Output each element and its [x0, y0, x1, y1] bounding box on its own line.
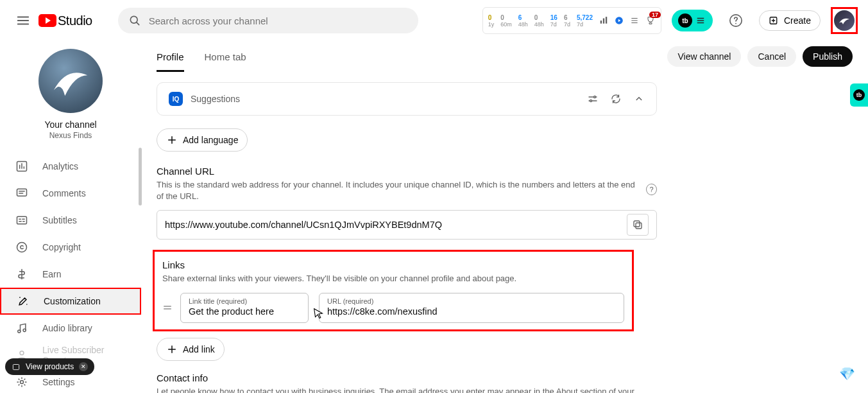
channel-url-title: Channel URL — [157, 166, 657, 177]
link-url-input[interactable]: URL (required) — [319, 293, 624, 323]
nav-customization[interactable]: Customization — [0, 288, 141, 315]
suggestions-bar[interactable]: IQ Suggestions — [157, 82, 657, 116]
stat-value: 5,722 — [577, 14, 593, 21]
channel-url-desc: This is the standard web address for you… — [157, 179, 637, 202]
search-bar[interactable] — [118, 8, 418, 33]
view-products-pill[interactable]: View products ✕ — [5, 358, 94, 375]
svg-point-11 — [17, 243, 27, 252]
chevron-up-icon[interactable] — [633, 93, 645, 105]
stat-value: 6 — [564, 14, 570, 21]
sidebar: Your channel Nexus Finds Analytics Comme… — [0, 41, 141, 393]
create-button[interactable]: Create — [759, 10, 821, 31]
view-channel-button[interactable]: View channel — [667, 46, 741, 67]
svg-point-16 — [20, 351, 24, 355]
comments-icon — [15, 187, 28, 200]
links-title: Links — [162, 259, 624, 270]
stat-value: 6 — [518, 14, 528, 21]
nav-audio-library[interactable]: Audio library — [0, 315, 141, 342]
nav-earn[interactable]: Earn — [0, 261, 141, 288]
suggestions-label: Suggestions — [191, 94, 240, 104]
svg-point-15 — [23, 329, 26, 331]
stat-sub: 60m — [500, 21, 512, 28]
nav-subtitles[interactable]: Subtitles — [0, 207, 141, 234]
extension-stats-box[interactable]: 01y 060m 648h 048h 167d 67d 5,7227d 17 — [482, 7, 661, 34]
add-language-button[interactable]: Add language — [157, 128, 248, 152]
refresh-icon[interactable] — [610, 93, 622, 105]
copy-icon — [632, 219, 643, 231]
sliders-icon[interactable] — [587, 93, 599, 105]
app-header: Studio 01y 060m 648h 048h 167d 67d 5,722… — [0, 0, 868, 41]
svg-rect-2 — [603, 19, 604, 24]
link-url-field[interactable] — [327, 306, 616, 317]
tabs: Profile Home tab — [157, 41, 246, 72]
nav-analytics[interactable]: Analytics — [0, 153, 141, 180]
add-link-button[interactable]: Add link — [157, 338, 225, 361]
svg-point-19 — [590, 100, 592, 102]
avatar-swoosh-icon — [837, 13, 852, 28]
your-channel-label: Your channel — [0, 119, 141, 130]
svg-rect-10 — [17, 216, 27, 224]
close-icon[interactable]: ✕ — [79, 362, 88, 371]
publish-button[interactable]: Publish — [803, 46, 853, 67]
play-circle-icon[interactable] — [615, 16, 624, 25]
copyright-icon — [15, 241, 28, 254]
account-avatar-highlighted[interactable] — [831, 7, 858, 34]
nav-copyright[interactable]: Copyright — [0, 234, 141, 261]
analytics-icon — [15, 160, 28, 173]
svg-rect-3 — [606, 17, 607, 24]
help-button[interactable] — [723, 8, 749, 33]
nav-comments[interactable]: Comments — [0, 180, 141, 207]
tubebuddy-pill[interactable]: tb — [672, 10, 713, 31]
menu-lines-icon — [695, 16, 706, 25]
links-section-highlighted: Links Share external links with your vie… — [153, 250, 634, 331]
list-icon[interactable] — [630, 16, 639, 25]
youtube-icon — [38, 14, 56, 27]
svg-rect-22 — [13, 365, 19, 370]
link-title-input[interactable]: Link title (required) — [180, 293, 309, 323]
nav-list: Analytics Comments Subtitles Copyright E… — [0, 153, 141, 393]
channel-name: Nexus Finds — [0, 131, 141, 140]
extension-notification-icon[interactable]: 17 — [645, 15, 656, 26]
plus-icon — [166, 344, 178, 355]
link-title-field[interactable] — [189, 306, 300, 317]
channel-avatar-icon — [48, 58, 93, 103]
link-title-label: Link title (required) — [189, 297, 300, 305]
plus-icon — [166, 134, 178, 146]
diamond-icon[interactable]: 💎 — [839, 366, 855, 381]
channel-url-field: https://www.youtube.com/channel/UCsn1QJm… — [157, 210, 657, 240]
extension-icon-group: 17 — [599, 15, 656, 26]
customization-icon — [17, 295, 30, 308]
stat-value: 0 — [534, 14, 544, 21]
stat-sub: 48h — [534, 21, 544, 28]
nav-label: Subtitles — [42, 215, 77, 225]
svg-rect-21 — [634, 221, 640, 227]
subtitles-icon — [15, 214, 28, 227]
help-icon[interactable]: ? — [646, 184, 657, 195]
channel-url-value[interactable]: https://www.youtube.com/channel/UCsn1QJm… — [165, 220, 627, 230]
cancel-button[interactable]: Cancel — [747, 46, 796, 67]
chart-icon[interactable] — [599, 16, 608, 25]
stat-value: 16 — [550, 14, 557, 21]
channel-avatar[interactable] — [38, 49, 103, 113]
header-actions: Create — [723, 7, 858, 34]
audio-library-icon — [15, 322, 28, 335]
stat-sub: 1y — [488, 21, 495, 28]
link-url-label: URL (required) — [327, 297, 616, 305]
tab-home[interactable]: Home tab — [205, 51, 246, 72]
nav-label: Comments — [42, 188, 86, 198]
copy-url-button[interactable] — [627, 214, 649, 236]
contact-title: Contact info — [157, 372, 657, 383]
hamburger-button[interactable] — [10, 8, 36, 33]
hamburger-icon — [16, 13, 30, 28]
extension-side-tab[interactable]: tb — [850, 83, 868, 107]
create-label: Create — [784, 15, 811, 26]
gear-icon — [15, 376, 28, 389]
drag-handle-icon[interactable] — [162, 302, 173, 313]
link-row: Link title (required) URL (required) — [162, 293, 624, 323]
page-actions: View channel Cancel Publish — [667, 46, 853, 67]
tab-profile[interactable]: Profile — [157, 51, 184, 72]
stat-sub: 48h — [518, 21, 528, 28]
box-icon — [12, 362, 21, 371]
youtube-studio-logo[interactable]: Studio — [38, 13, 92, 28]
search-input[interactable] — [149, 15, 408, 26]
